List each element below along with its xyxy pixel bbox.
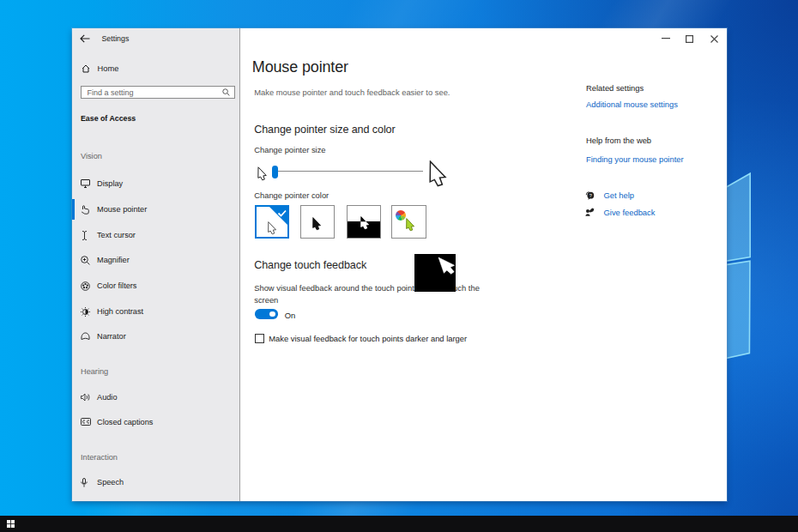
svg-text:?: ?	[589, 192, 592, 197]
